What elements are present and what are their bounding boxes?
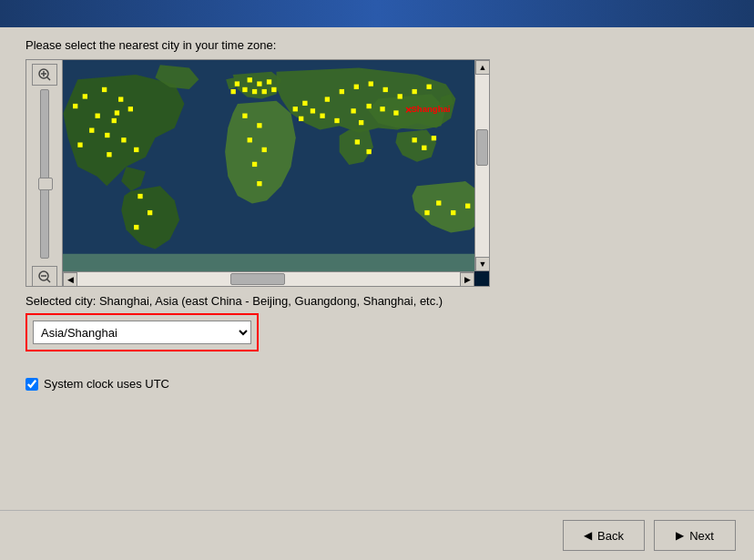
svg-rect-30 [252, 89, 257, 94]
svg-rect-64 [436, 200, 441, 205]
svg-rect-60 [366, 149, 371, 154]
svg-rect-24 [73, 104, 77, 108]
svg-rect-44 [325, 97, 330, 101]
zoom-panel [26, 60, 63, 287]
svg-rect-57 [334, 118, 339, 123]
svg-rect-22 [134, 225, 138, 229]
zoom-out-button[interactable] [32, 266, 57, 287]
zoom-in-button[interactable] [32, 64, 57, 86]
scroll-track-vertical[interactable] [475, 75, 489, 257]
svg-rect-23 [115, 110, 119, 115]
next-button[interactable]: ▶ Next [654, 520, 736, 551]
svg-rect-32 [230, 89, 235, 94]
svg-rect-55 [393, 110, 398, 115]
svg-rect-33 [271, 87, 276, 92]
svg-rect-35 [257, 123, 261, 127]
header-bar [0, 0, 754, 27]
svg-rect-37 [262, 148, 267, 152]
scroll-left-arrow[interactable]: ◀ [63, 272, 77, 287]
selected-city-text: Selected city: Shanghai, Asia (east Chin… [25, 294, 729, 308]
svg-rect-42 [311, 108, 315, 113]
svg-rect-26 [248, 77, 252, 82]
svg-rect-29 [242, 87, 247, 92]
svg-rect-39 [257, 181, 261, 186]
svg-rect-61 [413, 137, 417, 142]
svg-rect-48 [383, 87, 388, 92]
svg-rect-59 [355, 139, 360, 144]
svg-rect-38 [252, 162, 257, 167]
map-scrollbar-horizontal[interactable]: ◀ ▶ [63, 271, 474, 286]
svg-rect-49 [398, 94, 402, 98]
svg-rect-9 [102, 87, 107, 92]
svg-text:Shanghai: Shanghai [411, 104, 450, 114]
world-map-svg: × Shanghai [63, 60, 474, 271]
svg-rect-65 [451, 210, 455, 215]
svg-rect-43 [299, 117, 303, 121]
scroll-down-arrow[interactable]: ▼ [475, 257, 490, 271]
svg-rect-20 [138, 194, 142, 199]
scroll-track-horizontal[interactable] [77, 272, 460, 286]
back-button[interactable]: ◀ Back [563, 520, 645, 551]
svg-rect-18 [107, 152, 111, 157]
svg-rect-50 [413, 89, 417, 94]
svg-rect-58 [359, 120, 363, 125]
svg-rect-62 [422, 146, 426, 150]
back-icon: ◀ [584, 529, 592, 542]
map-scrollbar-vertical[interactable]: ▲ ▼ [474, 60, 489, 271]
svg-rect-34 [242, 114, 247, 118]
svg-rect-31 [262, 89, 267, 94]
svg-rect-10 [118, 97, 123, 101]
svg-rect-19 [77, 142, 82, 147]
svg-rect-53 [366, 104, 371, 108]
zoom-slider-thumb [38, 178, 53, 190]
map-image-area[interactable]: × Shanghai [63, 60, 474, 271]
svg-rect-15 [105, 133, 109, 137]
svg-line-1 [46, 77, 50, 81]
svg-rect-25 [235, 81, 239, 86]
svg-rect-17 [134, 148, 138, 152]
utc-checkbox-row: System clock uses UTC [25, 377, 729, 391]
scroll-right-arrow[interactable]: ▶ [460, 272, 474, 287]
svg-rect-47 [369, 81, 373, 86]
next-label: Next [689, 529, 714, 543]
utc-label: System clock uses UTC [44, 377, 169, 391]
timezone-select-wrapper: Asia/Shanghai Asia/Beijing Asia/Hong_Kon… [25, 313, 259, 351]
scroll-thumb-horizontal [230, 273, 285, 285]
instruction-text: Please select the nearest city in your t… [25, 38, 729, 52]
svg-line-5 [46, 280, 50, 283]
svg-rect-28 [267, 79, 271, 84]
next-icon: ▶ [676, 529, 684, 542]
svg-rect-56 [320, 114, 324, 118]
bottom-bar: ◀ Back ▶ Next [0, 510, 754, 560]
back-label: Back [597, 529, 624, 543]
svg-rect-13 [128, 107, 133, 111]
svg-rect-41 [302, 101, 307, 106]
svg-rect-51 [426, 85, 431, 89]
svg-rect-40 [293, 107, 298, 111]
scroll-up-arrow[interactable]: ▲ [475, 60, 490, 75]
main-content: Please select the nearest city in your t… [0, 38, 754, 391]
scroll-thumb-vertical [476, 129, 488, 166]
svg-rect-27 [257, 81, 261, 86]
svg-rect-45 [340, 89, 344, 94]
utc-checkbox[interactable] [25, 378, 38, 391]
svg-rect-54 [380, 107, 384, 111]
svg-rect-8 [83, 94, 87, 98]
svg-rect-12 [112, 118, 117, 123]
svg-rect-63 [432, 136, 436, 140]
svg-rect-11 [96, 114, 100, 118]
svg-rect-21 [148, 210, 152, 215]
svg-rect-67 [424, 210, 429, 215]
svg-rect-52 [351, 108, 355, 113]
zoom-slider-track[interactable] [40, 89, 49, 259]
timezone-select[interactable]: Asia/Shanghai Asia/Beijing Asia/Hong_Kon… [33, 321, 251, 344]
svg-rect-36 [248, 137, 252, 142]
svg-rect-46 [354, 85, 359, 89]
map-container[interactable]: × Shanghai ▲ ▼ ◀ ▶ [25, 59, 490, 287]
svg-rect-14 [89, 127, 94, 132]
svg-rect-16 [121, 137, 126, 142]
svg-rect-66 [465, 204, 470, 209]
